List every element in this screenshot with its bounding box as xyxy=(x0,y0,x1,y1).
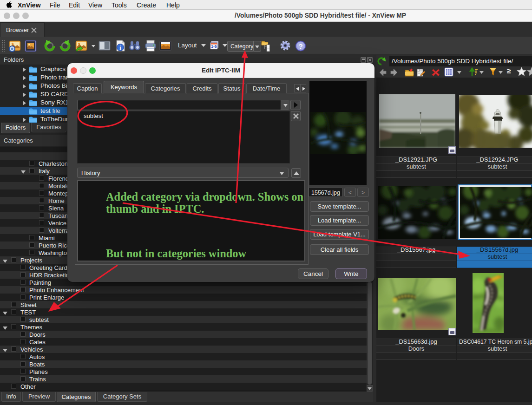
svg-text:?: ? xyxy=(298,42,302,50)
svg-text:1-5: 1-5 xyxy=(211,44,217,49)
